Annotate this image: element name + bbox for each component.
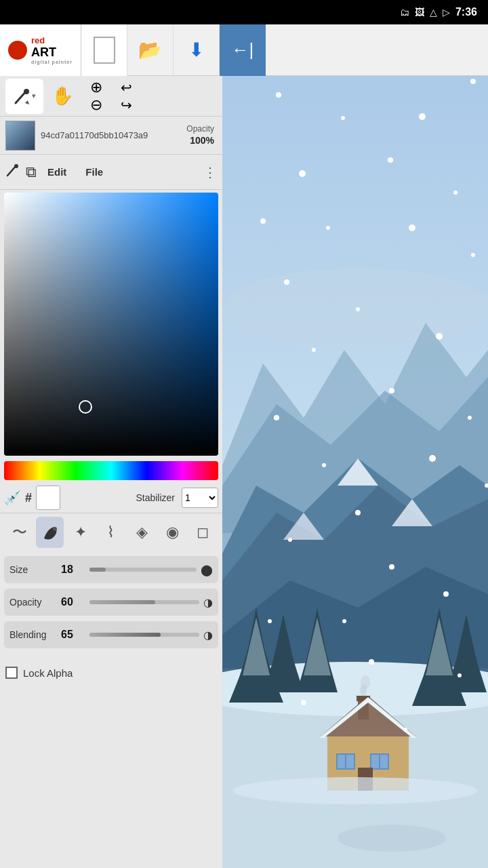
svg-rect-38 — [380, 755, 388, 768]
svg-point-42 — [338, 825, 446, 852]
more-button[interactable]: ⋮ — [203, 164, 217, 180]
stabilizer-select[interactable]: 12345 — [182, 488, 218, 508]
ink-brush-button[interactable] — [36, 517, 64, 548]
svg-point-32 — [361, 675, 370, 689]
lock-alpha-label: Lock Alpha — [23, 667, 73, 679]
smear-icon: ✦ — [75, 524, 87, 541]
redo-icon: ↪ — [121, 97, 132, 113]
svg-point-49 — [341, 116, 345, 120]
color-cursor — [79, 400, 92, 414]
smear-brush-button[interactable]: ✦ — [66, 517, 94, 548]
lock-alpha-row: Lock Alpha — [0, 659, 222, 686]
brush-size-icon: ⬤ — [201, 564, 213, 576]
color-swatch[interactable] — [36, 486, 60, 510]
folder-button[interactable]: 📂 — [127, 24, 174, 76]
new-file-icon — [94, 37, 115, 64]
svg-point-56 — [471, 253, 475, 257]
smooth-brush-button[interactable]: 〜 — [5, 517, 33, 548]
eyedropper-button[interactable]: 💉 — [4, 490, 21, 506]
size-value: 18 — [61, 564, 85, 576]
layer-row: 94cd7a01170d5bb10473a9 Opacity 100% — [0, 117, 222, 155]
zoom-group: ⊕ ⊖ — [84, 79, 108, 114]
hue-bar[interactable] — [4, 461, 218, 480]
play-icon: ▷ — [443, 7, 450, 18]
svg-point-44 — [276, 92, 281, 98]
new-file-button[interactable] — [81, 24, 127, 76]
svg-point-76 — [403, 728, 407, 732]
left-panel: ▾ ✋ ⊕ ⊖ ↩ ↪ 94cd7a01170d5bb10473a9 Opaci… — [0, 76, 222, 686]
smudge-brush-button[interactable]: ◉ — [159, 517, 186, 548]
svg-point-52 — [453, 191, 458, 195]
size-slider-fill — [89, 568, 106, 572]
layer-thumbnail — [5, 121, 35, 151]
opacity-icon: ◑ — [203, 596, 213, 609]
edit-button[interactable]: Edit — [39, 166, 75, 178]
canvas-area[interactable] — [222, 24, 488, 868]
svg-point-75 — [301, 700, 306, 705]
opacity-slider-track[interactable] — [89, 600, 199, 604]
zoom-in-button[interactable]: ⊕ — [84, 79, 108, 96]
redo-button[interactable]: ↪ — [111, 96, 141, 114]
logo-art: ART — [31, 45, 73, 60]
select-icon: ◈ — [136, 524, 148, 541]
svg-point-58 — [356, 307, 360, 311]
back-button[interactable]: ←| — [220, 24, 266, 76]
opacity-slider-row: Opacity 60 ◑ — [4, 589, 218, 616]
wave-brush-button[interactable]: ⌇ — [97, 517, 125, 548]
smudge-icon: ◉ — [166, 524, 179, 541]
svg-point-59 — [436, 333, 443, 340]
logo-red: red — [31, 35, 45, 45]
zoom-out-button[interactable]: ⊖ — [84, 96, 108, 114]
size-slider-row: Size 18 ⬤ — [4, 556, 218, 583]
logo-sub: digital painter — [31, 60, 73, 64]
undo-button[interactable]: ↩ — [111, 79, 141, 96]
svg-point-78 — [24, 89, 29, 94]
file-button[interactable]: File — [77, 166, 111, 178]
blending-label: Blending — [9, 629, 57, 640]
blending-slider-track[interactable] — [89, 633, 199, 637]
opacity-display: Opacity 100% — [186, 124, 214, 147]
logo-circle — [8, 41, 27, 60]
download-button[interactable]: ⬇ — [174, 24, 220, 76]
lock-alpha-checkbox[interactable] — [5, 667, 18, 679]
ink-icon — [41, 524, 59, 541]
download-icon: ⬇ — [188, 39, 204, 61]
hand-tool-button[interactable]: ✋ — [43, 79, 81, 114]
blending-slider-fill — [89, 633, 161, 637]
svg-point-47 — [470, 79, 476, 84]
svg-point-41 — [233, 777, 477, 804]
color-tools-row: 💉 # Stabilizer 12345 — [4, 483, 218, 513]
color-picker[interactable] — [4, 193, 218, 456]
svg-point-81 — [14, 164, 18, 168]
svg-point-62 — [468, 416, 472, 420]
brush-icon — [13, 87, 32, 106]
brush-tool-button[interactable]: ▾ — [5, 79, 43, 114]
svg-point-74 — [458, 673, 462, 677]
layer-hash: 94cd7a01170d5bb10473a9 — [41, 130, 186, 140]
svg-point-65 — [429, 455, 436, 462]
android-icon: △ — [430, 7, 437, 18]
smooth-icon: 〜 — [12, 522, 27, 542]
svg-point-51 — [388, 157, 393, 163]
top-toolbar: red ART digital painter 📂 ⬇ ←| — [0, 24, 488, 76]
svg-rect-37 — [371, 755, 379, 768]
svg-point-71 — [443, 591, 449, 597]
color-canvas[interactable] — [4, 193, 218, 456]
status-time: 7:36 — [455, 6, 477, 18]
svg-point-64 — [322, 463, 326, 467]
svg-point-61 — [389, 388, 394, 393]
stabilizer-label: Stabilizer — [136, 492, 175, 503]
size-label: Size — [9, 564, 57, 575]
logo-area: red ART digital painter — [0, 24, 81, 76]
brush-small-icon — [5, 163, 20, 181]
select-brush-button[interactable]: ◈ — [128, 517, 156, 548]
eraser-icon: ◻ — [197, 524, 209, 541]
blending-value: 65 — [61, 629, 85, 641]
svg-point-57 — [284, 279, 289, 285]
svg-point-63 — [274, 415, 279, 420]
canvas-svg — [222, 24, 488, 868]
eraser-brush-button[interactable]: ◻ — [189, 517, 217, 548]
size-slider-track[interactable] — [89, 568, 197, 572]
svg-point-1 — [222, 269, 488, 350]
svg-point-70 — [342, 619, 346, 623]
